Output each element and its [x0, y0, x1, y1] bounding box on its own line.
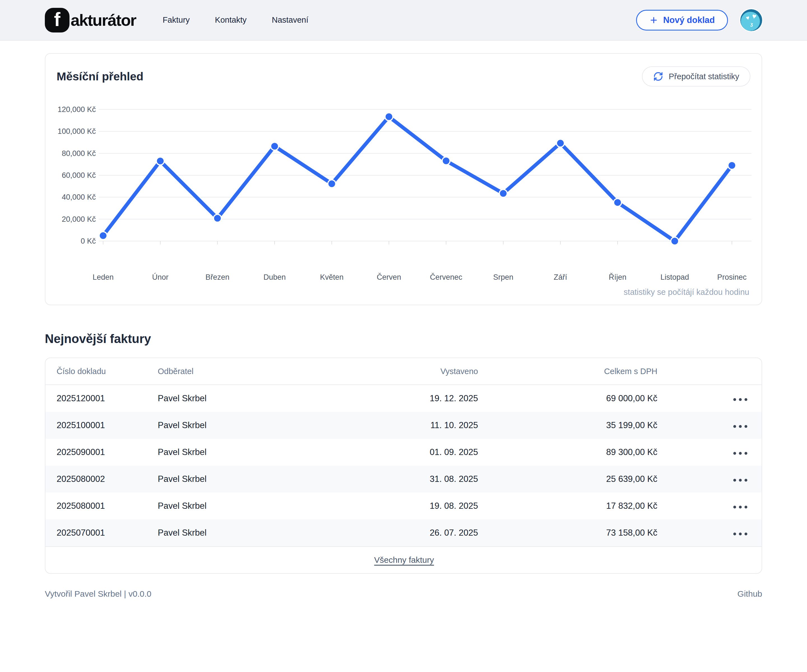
invoices-table-card: Číslo dokladu Odběratel Vystaveno Celkem… [45, 358, 762, 574]
new-document-label: Nový doklad [663, 15, 715, 25]
x-axis-month-label: Říjen [609, 273, 626, 281]
invoice-total-cell: 25 639,00 Kč [478, 466, 658, 493]
user-avatar[interactable]: ♥ ♥ ʒ [740, 9, 762, 31]
invoice-table-row[interactable]: 2025080002 Pavel Skrbel 31. 08. 2025 25 … [45, 466, 762, 493]
invoice-total-cell: 35 199,00 Kč [478, 412, 658, 439]
y-axis-tick-label: 20,000 Kč [61, 215, 96, 223]
chart-data-point[interactable] [156, 157, 164, 165]
chart-data-point[interactable] [271, 142, 279, 150]
invoice-total-cell: 69 000,00 Kč [478, 385, 658, 412]
monthly-overview-line-chart: 0 Kč20,000 Kč40,000 Kč60,000 Kč80,000 Kč… [56, 104, 752, 286]
invoice-customer-cell: Pavel Skrbel [158, 439, 325, 466]
invoice-table-row[interactable]: 2025070001 Pavel Skrbel 26. 07. 2025 73 … [45, 520, 762, 546]
invoices-tfoot: Všechny faktury [45, 546, 762, 573]
row-menu-ellipsis-icon[interactable] [733, 530, 747, 538]
column-header-issued: Vystaveno [325, 358, 478, 385]
invoice-table-row[interactable]: 2025080001 Pavel Skrbel 19. 08. 2025 17 … [45, 493, 762, 520]
topbar-right: Nový doklad ♥ ♥ ʒ [636, 9, 762, 31]
invoice-issued-cell: 01. 09. 2025 [325, 439, 478, 466]
column-header-customer: Odběratel [158, 358, 325, 385]
y-axis-tick-label: 40,000 Kč [61, 193, 96, 201]
x-axis-month-label: Srpen [493, 273, 513, 281]
github-link[interactable]: Github [737, 589, 762, 599]
chart-data-point[interactable] [671, 237, 679, 245]
x-axis-month-label: Duben [263, 273, 286, 281]
row-menu-ellipsis-icon[interactable] [733, 449, 747, 457]
invoice-customer-cell: Pavel Skrbel [158, 412, 325, 439]
refresh-icon [653, 71, 663, 81]
invoice-issued-cell: 11. 10. 2025 [325, 412, 478, 439]
invoice-issued-cell: 19. 08. 2025 [325, 493, 478, 520]
all-invoices-link[interactable]: Všechny faktury [374, 555, 434, 564]
column-header-number: Číslo dokladu [45, 358, 158, 385]
app-logo[interactable]: f akturátor [45, 8, 136, 33]
column-header-total: Celkem s DPH [478, 358, 658, 385]
chart-data-point[interactable] [556, 139, 565, 147]
main-nav: Faktury Kontakty Nastavení [163, 15, 308, 25]
chart-data-point[interactable] [442, 157, 450, 165]
chart-data-point[interactable] [328, 180, 336, 188]
avatar-face [741, 12, 760, 31]
x-axis-month-label: Červen [377, 273, 401, 281]
nav-item-nastaveni[interactable]: Nastavení [272, 15, 309, 25]
y-axis-tick-label: 0 Kč [81, 237, 96, 245]
chart-data-point[interactable] [99, 232, 107, 239]
x-axis-month-label: Únor [152, 273, 169, 281]
recalculate-statistics-button[interactable]: Přepočítat statistiky [642, 66, 751, 86]
new-document-button[interactable]: Nový doklad [636, 10, 728, 30]
x-axis-month-label: Leden [93, 273, 113, 281]
chart-data-point[interactable] [728, 162, 736, 169]
recalculate-statistics-label: Přepočítat statistiky [669, 72, 739, 81]
footer-credit: Vytvořil Pavel Skrbel | v0.0.0 [45, 589, 151, 599]
chart-data-point[interactable] [214, 215, 221, 222]
invoice-number-cell: 2025120001 [45, 385, 158, 412]
page-footer: Vytvořil Pavel Skrbel | v0.0.0 Github [45, 589, 762, 599]
row-menu-ellipsis-icon[interactable] [733, 396, 747, 404]
invoice-number-cell: 2025080001 [45, 493, 158, 520]
invoice-customer-cell: Pavel Skrbel [158, 385, 325, 412]
invoice-table-row[interactable]: 2025120001 Pavel Skrbel 19. 12. 2025 69 … [45, 385, 762, 412]
logo-badge-icon: f [45, 8, 70, 33]
invoice-table-row[interactable]: 2025100001 Pavel Skrbel 11. 10. 2025 35 … [45, 412, 762, 439]
invoice-table-row[interactable]: 2025090001 Pavel Skrbel 01. 09. 2025 89 … [45, 439, 762, 466]
overview-card-header: Měsíční přehled Přepočítat statistiky [56, 66, 751, 86]
nav-item-kontakty[interactable]: Kontakty [215, 15, 247, 25]
row-menu-ellipsis-icon[interactable] [733, 476, 747, 484]
invoices-tbody: 2025120001 Pavel Skrbel 19. 12. 2025 69 … [45, 385, 762, 546]
latest-invoices-title: Nejnovější faktury [45, 332, 762, 346]
y-axis-tick-label: 60,000 Kč [61, 171, 96, 179]
x-axis-month-label: Červenec [430, 273, 462, 281]
invoice-customer-cell: Pavel Skrbel [158, 520, 325, 546]
invoice-issued-cell: 19. 12. 2025 [325, 385, 478, 412]
invoice-customer-cell: Pavel Skrbel [158, 466, 325, 493]
chart-footnote: statistiky se počítájí každou hodinu [56, 288, 751, 297]
x-axis-month-label: Květen [320, 273, 344, 281]
invoice-customer-cell: Pavel Skrbel [158, 493, 325, 520]
invoices-table-head: Číslo dokladu Odběratel Vystaveno Celkem… [45, 358, 762, 385]
x-axis-month-label: Březen [205, 273, 229, 281]
monthly-overview-card: Měsíční přehled Přepočítat statistiky 0 … [45, 53, 762, 305]
chart-data-point[interactable] [614, 199, 621, 206]
row-menu-ellipsis-icon[interactable] [733, 503, 747, 511]
invoice-issued-cell: 26. 07. 2025 [325, 520, 478, 546]
y-axis-tick-label: 120,000 Kč [57, 105, 96, 114]
row-menu-ellipsis-icon[interactable] [733, 422, 747, 430]
invoices-table: Číslo dokladu Odběratel Vystaveno Celkem… [45, 358, 762, 573]
top-bar: f akturátor Faktury Kontakty Nastavení N… [0, 0, 807, 41]
plus-icon [649, 16, 658, 25]
y-axis-tick-label: 80,000 Kč [61, 149, 96, 158]
invoice-number-cell: 2025070001 [45, 520, 158, 546]
x-axis-month-label: Září [554, 273, 568, 281]
overview-title: Měsíční přehled [56, 70, 143, 83]
invoice-number-cell: 2025100001 [45, 412, 158, 439]
x-axis-month-label: Prosinec [717, 273, 746, 281]
invoice-number-cell: 2025090001 [45, 439, 158, 466]
chart-wrap: 0 Kč20,000 Kč40,000 Kč60,000 Kč80,000 Kč… [56, 104, 751, 286]
chart-line [103, 117, 732, 241]
chart-data-point[interactable] [385, 113, 393, 121]
x-axis-month-label: Listopad [661, 273, 689, 281]
nav-item-faktury[interactable]: Faktury [163, 15, 190, 25]
chart-data-point[interactable] [499, 190, 507, 197]
invoice-total-cell: 89 300,00 Kč [478, 439, 658, 466]
invoice-number-cell: 2025080002 [45, 466, 158, 493]
